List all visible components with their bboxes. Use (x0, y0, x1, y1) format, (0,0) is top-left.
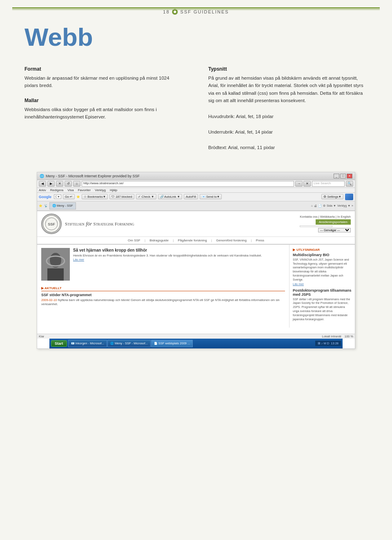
taskbar-icon-2: 🌐 (110, 342, 114, 345)
settings-btn[interactable]: ⚙ Settings▼ (321, 194, 343, 199)
ssf-header: SSF Stiftelsen för Strategisk Forskning (37, 211, 355, 237)
browser-toolbar: Google C▼ Go ↵ ⭐ ☆ Bookmarks▼ 🛡 187 bloc… (37, 193, 355, 201)
utlysningar-section: ▶ UTLYSNINGAR Multidisciplinary BIO SSF,… (293, 248, 352, 321)
home-button[interactable]: ⌂ (73, 181, 80, 187)
search-button[interactable]: ✕ (303, 181, 311, 187)
menu-redigera[interactable]: Redigera (50, 188, 63, 192)
taskbar-item-1[interactable]: 📧 Inkorgen - Microsof... (68, 340, 107, 347)
taskbar-item-2[interactable]: 🌐 Meny - SSF - Microsof... (107, 340, 151, 347)
toolbar-right: ⌂ 🖨 📄 ⚙ Sida ▼ Verktyg ▼ » (311, 204, 353, 208)
nav-om-ssf[interactable]: Om SSF (128, 239, 140, 242)
svg-rect-5 (47, 268, 64, 281)
search-go-button[interactable]: 🔍 (346, 181, 353, 187)
menu-visa[interactable]: Visa (67, 188, 74, 192)
google-input[interactable]: C▼ (54, 194, 61, 199)
news-date: 2009-02-10 (41, 298, 57, 302)
nav-press[interactable]: Press (256, 239, 264, 242)
browser-window-controls: _ □ ✕ (334, 174, 352, 179)
multidis-lasmer[interactable]: Läs mer (293, 282, 304, 286)
nav-genomford[interactable]: Genomförd forskning (216, 239, 247, 242)
article-text: Henrik Ehrsson är en av Framtidens forsk… (41, 254, 285, 258)
menu-verktyg[interactable]: Verktyg (95, 188, 106, 192)
restore-button[interactable]: □ (340, 174, 346, 179)
check-btn[interactable]: ✓ Check ▼ (136, 194, 156, 199)
svg-text:SSF: SSF (48, 222, 55, 226)
close-button[interactable]: ✕ (347, 174, 352, 179)
system-tray: ⊞ ♪ M D 13:28 (315, 341, 341, 346)
menu-hjalp[interactable]: Hjälp (110, 188, 117, 192)
mallar-text: Webbsidans olika sidor bygger på ett ant… (24, 106, 184, 121)
menu-arkiv[interactable]: Arkiv (39, 188, 46, 192)
aktuellt-heading: ▶ AKTUELLT (41, 286, 285, 291)
browser-screenshot: 🌐 Meny - SSF - Microsoft Internet Explor… (37, 172, 355, 349)
go-button[interactable]: → (295, 181, 303, 187)
page-number: 18 (163, 9, 169, 14)
sendto-btn[interactable]: 📧 Send to▼ (200, 194, 222, 199)
autofill-btn[interactable]: AutoFill (184, 194, 198, 199)
stop-button[interactable]: ✕ (56, 181, 63, 187)
link-english[interactable]: In English (337, 215, 351, 219)
news-text: 2009-02-10 Nyfikna barn vill upptäcka na… (41, 298, 285, 307)
google-logo: Google (39, 195, 51, 199)
windows-taskbar: Start 📧 Inkorgen - Microsof... 🌐 Meny - … (49, 339, 343, 348)
page-header: 18 SSF GUIDELINES (163, 9, 229, 15)
title-main: Strategisk Forskning (94, 221, 134, 226)
menu-favoriter[interactable]: Favoriter (78, 188, 91, 192)
start-button[interactable]: Start (51, 340, 67, 347)
link-kontakta[interactable]: Kontakta oss (300, 215, 317, 219)
title-for: för (86, 221, 93, 227)
ssf-sidebar: ▶ UTLYSNINGAR Multidisciplinary BIO SSF,… (290, 245, 355, 328)
ansokningsportalen-btn[interactable]: Ansökningsportalen (316, 219, 351, 225)
mallar-heading: Mallar (24, 98, 184, 103)
format-text: Websidan är anpassad för skärmar med en … (24, 74, 184, 89)
blocked-btn[interactable]: 🛡 187 blocked (109, 194, 134, 199)
refresh-button[interactable]: ↺ (65, 181, 72, 187)
multidis-title: Multidisciplinary BIO (293, 253, 352, 257)
link-webbkarta[interactable]: Webbkarta (320, 215, 335, 219)
back-button[interactable]: ◀ (39, 181, 46, 187)
ssf-main-content: Så vet hjärnan vilken kropp den tillhör … (37, 245, 290, 328)
more-btn[interactable]: » (352, 204, 353, 207)
ssf-site-title: Stiftelsen för Strategisk Forskning (65, 221, 134, 227)
browser-icon: 🌐 (40, 174, 44, 178)
nav-pagaende[interactable]: Pågående forskning (178, 239, 207, 242)
bookmarks-btn[interactable]: ☆ Bookmarks▼ (82, 194, 108, 199)
tab-label: Meny - SSF (57, 204, 73, 208)
ie-logo (345, 194, 353, 200)
two-column-layout: Format Websidan är anpassad för skärmar … (24, 66, 368, 160)
current-tab-btn[interactable]: 🌐 Meny - SSF (49, 202, 76, 210)
left-column: Format Websidan är anpassad för skärmar … (24, 66, 184, 160)
search-field[interactable]: Live Search (312, 181, 345, 187)
clock: 13:28 (331, 341, 339, 345)
taskbar-item-3[interactable]: 📄 SSF webbplats 2009 ... (151, 340, 193, 347)
toolbar-sep1: ⭐ (76, 195, 80, 199)
feeds-icon: 📡 (44, 204, 48, 208)
utlysningar-icon: ▶ (293, 248, 295, 252)
ssf-search-box[interactable] (300, 225, 332, 227)
status-text: Klar (39, 335, 44, 338)
under-text: Underrubrik: Arial, fet, 14 pixlar (208, 128, 368, 136)
ssf-article: Så vet hjärnan vilken kropp den tillhör … (41, 248, 285, 282)
header-bullet (172, 9, 178, 15)
go-toolbar-btn[interactable]: Go ↵ (63, 194, 75, 199)
article-lasmer[interactable]: Läs mer (41, 258, 285, 261)
tray-icons: ⊞ ♪ M D (318, 341, 330, 345)
taskbar-icon-3: 📄 (154, 342, 158, 345)
nav-bidragsguide[interactable]: Bidragsguide (149, 239, 169, 242)
ssf-dropdown[interactable]: --- Genvägar --- (318, 228, 351, 232)
browser-addressbar: ◀ ▶ ✕ ↺ ⌂ http://www.stratresearch.se/ →… (37, 180, 355, 188)
minimize-button[interactable]: _ (334, 174, 339, 179)
forward-button[interactable]: ▶ (47, 181, 55, 187)
utlysningar-heading: ▶ UTLYSNINGAR (293, 248, 352, 252)
ssf-logo-area: SSF Stiftelsen för Strategisk Forskning (41, 214, 134, 234)
autolink-btn[interactable]: 🔗 AutoLink ▼ (158, 194, 182, 199)
browser-menubar: Arkiv Redigera Visa Favoriter Verktyg Hj… (37, 188, 355, 193)
aktuellt-icon: ▶ (41, 286, 45, 290)
huvud-text: Huvudrubrik: Arial, fet, 18 pixlar (208, 113, 368, 120)
taskbar-icon-1: 📧 (71, 342, 75, 345)
browser-title: Meny - SSF - Microsoft Internet Explorer… (46, 174, 140, 178)
home-icon: ⌂ (311, 204, 313, 207)
address-bar[interactable]: http://www.stratresearch.se/ (82, 181, 294, 187)
guide-label: SSF GUIDELINES (180, 9, 229, 14)
verktyg-label: Verktyg ▼ (337, 204, 350, 207)
